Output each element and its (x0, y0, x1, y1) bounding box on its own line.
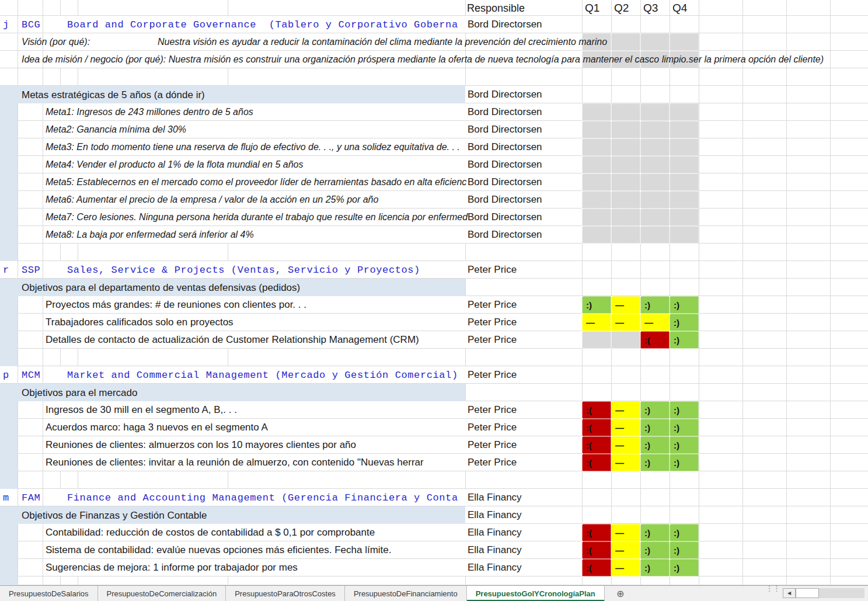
item-text[interactable]: Acuerdos marco: haga 3 nuevos en el segm… (46, 422, 268, 432)
q-cell[interactable] (640, 173, 670, 191)
q-cell[interactable] (670, 138, 699, 156)
quarter-header[interactable]: Q1 (585, 2, 599, 13)
q-cell[interactable]: :) (670, 436, 699, 454)
section-title[interactable]: Finance and Accounting Management (Geren… (67, 493, 458, 503)
q-cell[interactable]: — (611, 541, 640, 559)
q-cell[interactable]: — (611, 436, 640, 454)
responsible-header[interactable]: Responsible (467, 3, 525, 13)
q-cell[interactable]: :) (670, 541, 699, 559)
responsible-cell[interactable]: Bord Directorsen (465, 138, 582, 155)
q-cell[interactable] (582, 103, 611, 121)
section-title[interactable]: Market and Commercial Management (Mercad… (67, 370, 458, 380)
q-cell[interactable] (670, 156, 699, 173)
item-text[interactable]: Meta8: La baja por enfermedad será infer… (46, 230, 254, 239)
item-text[interactable]: Meta7: Cero lesiones. Ninguna persona he… (46, 213, 468, 222)
quarter-header[interactable]: Q4 (672, 2, 687, 13)
section-code[interactable]: SSP (22, 265, 40, 275)
section-code[interactable]: FAM (22, 493, 40, 503)
responsible-cell[interactable]: Bord Directorsen (465, 173, 582, 190)
tab-scrollbar-track[interactable]: ◀ (783, 588, 864, 598)
q-cell[interactable]: — (640, 314, 670, 331)
q-cell[interactable]: — (611, 419, 640, 436)
responsible-cell[interactable]: Ella Financy (465, 559, 582, 576)
q-cell[interactable]: :) (670, 559, 699, 576)
quarter-header[interactable]: Q2 (614, 2, 629, 13)
q-cell[interactable] (582, 191, 611, 209)
q-cell[interactable]: — (611, 314, 640, 331)
item-text[interactable]: Proyectos más grandes: # de reuniones co… (46, 300, 306, 310)
sheet-tab[interactable]: PresupuestoDeComercialización (98, 586, 226, 601)
q-cell[interactable]: :) (582, 296, 611, 314)
q-cell[interactable]: — (611, 296, 640, 314)
tab-scrollbar-thumb[interactable] (796, 588, 819, 598)
item-text[interactable]: Meta3: En todo momento tiene una reserva… (46, 143, 460, 152)
q-cell[interactable]: :) (670, 419, 699, 436)
responsible-cell[interactable]: Peter Price (465, 366, 582, 383)
tab-drag-handle-icon[interactable]: ⋮ ⋮ (765, 587, 779, 590)
q-cell[interactable] (640, 191, 670, 209)
q-cell[interactable]: :) (640, 401, 670, 419)
responsible-cell[interactable]: Ella Financy (465, 524, 582, 541)
note-text[interactable]: Idea de misión / negocio (por qué): Nues… (22, 55, 824, 64)
responsible-cell[interactable]: Peter Price (465, 436, 582, 453)
subheader-text[interactable]: Metas estratégicas de 5 años (a dónde ir… (22, 90, 205, 100)
item-text[interactable]: Contabilidad: reducción de costos de con… (46, 527, 375, 537)
responsible-cell[interactable]: Bord Directorsen (465, 86, 582, 103)
subheader-text[interactable]: Objetivos para el mercado (22, 388, 137, 398)
q-cell[interactable] (611, 121, 640, 138)
section-title[interactable]: Sales, Service & Projects (Ventas, Servi… (67, 265, 420, 275)
q-cell[interactable] (611, 103, 640, 121)
q-cell[interactable]: :) (670, 524, 699, 541)
responsible-cell[interactable]: Peter Price (465, 296, 582, 313)
section-code[interactable]: MCM (22, 370, 40, 380)
tab-scrollbar[interactable]: ◀ (783, 588, 864, 599)
q-cell[interactable] (582, 138, 611, 156)
q-cell[interactable] (582, 156, 611, 173)
q-cell[interactable]: :( (582, 524, 611, 541)
section-title[interactable]: Board and Corporate Governance (Tablero … (67, 20, 458, 30)
q-cell[interactable]: :( (582, 559, 611, 576)
q-cell[interactable] (582, 209, 611, 226)
q-cell[interactable] (670, 209, 699, 226)
q-cell[interactable]: :) (640, 524, 670, 541)
responsible-cell[interactable]: Ella Financy (465, 489, 582, 506)
q-cell[interactable]: :( (640, 331, 670, 349)
responsible-cell[interactable]: Bord Directorsen (465, 209, 582, 225)
q-cell[interactable] (611, 156, 640, 173)
q-cell[interactable]: — (611, 454, 640, 471)
section-code[interactable]: BCG (22, 20, 40, 30)
item-text[interactable]: Meta5: Establecernos en el mercado como … (46, 178, 466, 187)
q-cell[interactable] (640, 156, 670, 173)
responsible-cell[interactable]: Bord Directorsen (465, 121, 582, 138)
sheet-tab[interactable]: PresupuestoDeFinanciamiento (345, 586, 467, 601)
q-cell[interactable] (582, 173, 611, 191)
q-cell[interactable] (611, 138, 640, 156)
q-cell[interactable] (640, 226, 670, 244)
responsible-cell[interactable]: Bord Directorsen (465, 103, 582, 120)
q-cell[interactable] (611, 226, 640, 244)
q-cell[interactable] (582, 226, 611, 244)
q-cell[interactable]: :) (640, 419, 670, 436)
item-text[interactable]: Ingresos de 30 mill en el segmento A, B,… (46, 405, 237, 415)
item-text[interactable]: Meta6: Aumentar el precio de la empresa … (46, 195, 378, 204)
subheader-text[interactable]: Objetivos de Finanzas y Gestión Contable (22, 510, 207, 520)
q-cell[interactable] (582, 331, 611, 349)
note-text[interactable]: Nuestra visión es ayudar a reducir la co… (158, 37, 607, 47)
sheet-tab[interactable]: PresupuestoDeSalarios (0, 586, 98, 601)
q-cell[interactable]: :) (670, 296, 699, 314)
responsible-cell[interactable]: Peter Price (465, 314, 582, 331)
q-cell[interactable]: :) (640, 541, 670, 559)
q-cell[interactable]: — (582, 314, 611, 331)
sheet-tab[interactable]: PresupuestoParaOtrosCostes (226, 586, 345, 601)
q-cell[interactable]: :) (640, 296, 670, 314)
responsible-cell[interactable]: Peter Price (465, 419, 582, 436)
q-cell[interactable] (611, 209, 640, 226)
q-cell[interactable]: — (611, 401, 640, 419)
responsible-cell[interactable]: Peter Price (465, 331, 582, 348)
q-cell[interactable] (611, 191, 640, 209)
q-cell[interactable]: :) (670, 401, 699, 419)
q-cell[interactable] (640, 33, 670, 51)
q-cell[interactable]: :) (640, 559, 670, 576)
q-cell[interactable]: :) (670, 331, 699, 349)
note-label[interactable]: Visión (por qué): (22, 37, 90, 47)
